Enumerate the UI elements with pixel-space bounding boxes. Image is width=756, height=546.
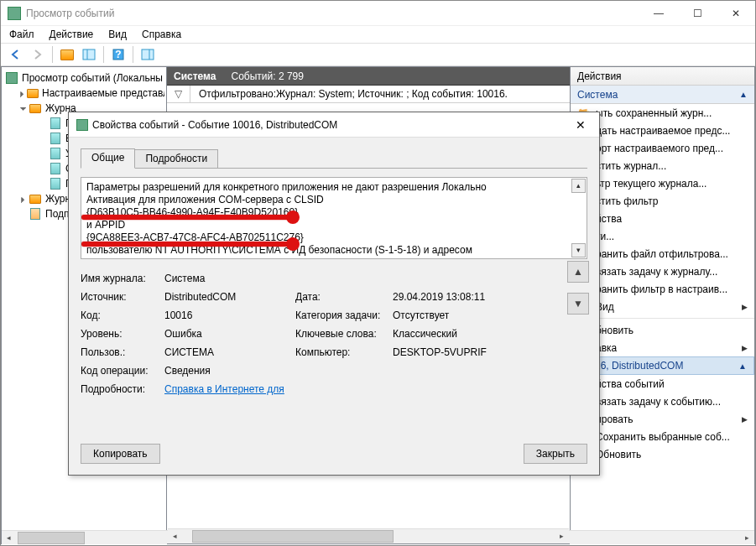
tab-general[interactable]: Общие	[81, 148, 135, 169]
toolbar-panes2-icon[interactable]	[138, 44, 158, 65]
dialog-close-button[interactable]: ✕	[562, 112, 599, 137]
toolbar-help-icon[interactable]: ?	[108, 44, 128, 65]
label-opcode: Код операции:	[81, 365, 159, 377]
value-event-id: 10016	[164, 309, 290, 321]
label-level: Уровень:	[81, 328, 159, 340]
value-user: СИСТЕМА	[164, 346, 290, 358]
label-category: Категория задачи:	[295, 309, 388, 321]
titlebar: Просмотр событий — ☐ ✕	[1, 1, 755, 26]
maximize-button[interactable]: ☐	[678, 1, 717, 25]
annotation-redbar-2	[81, 242, 293, 247]
tree-root[interactable]: Просмотр событий (Локальны	[3, 70, 164, 86]
value-log-name: Система	[164, 273, 587, 284]
label-details: Подробности:	[81, 383, 159, 395]
value-source: DistributedCOM	[164, 291, 290, 303]
tree-scroll-left[interactable]: ◂	[2, 531, 16, 545]
value-computer: DESKTOP-5VUPRIF	[393, 346, 587, 358]
menu-view[interactable]: Вид	[108, 29, 127, 40]
menu-action[interactable]: Действие	[50, 29, 94, 40]
label-log-name: Имя журнала:	[81, 273, 159, 284]
menubar: Файл Действие Вид Справка	[1, 26, 755, 43]
value-level: Ошибка	[164, 328, 290, 340]
copy-button[interactable]: Копировать	[81, 444, 160, 464]
svg-rect-4	[142, 49, 154, 60]
label-date: Дата:	[295, 291, 388, 303]
value-category: Отсутствует	[393, 309, 587, 321]
svg-rect-0	[83, 49, 95, 60]
funnel-icon: ▽	[167, 86, 190, 102]
value-opcode: Сведения	[164, 365, 587, 377]
desc-scroll-up[interactable]: ▴	[571, 179, 586, 193]
filter-bar: ▽ Отфильтровано:Журнал: System; Источник…	[167, 86, 570, 103]
toolbar: ?	[1, 43, 755, 66]
value-date: 29.04.2019 13:08:11	[393, 291, 587, 303]
label-computer: Компьютер:	[295, 346, 388, 358]
tree-custom-views[interactable]: ⏵Настраиваемые представле	[3, 86, 164, 101]
label-source: Источник:	[81, 291, 159, 303]
annotation-redbar-1	[81, 215, 293, 220]
menu-help[interactable]: Справка	[142, 29, 181, 40]
window-title: Просмотр событий	[26, 8, 639, 19]
label-user: Пользов.:	[81, 346, 159, 358]
prev-event-button[interactable]: ▲	[567, 261, 589, 283]
mid-scroll-thumb[interactable]	[192, 530, 394, 543]
back-button[interactable]	[6, 44, 26, 65]
desc-scroll-down[interactable]: ▾	[571, 243, 586, 257]
mid-scroll-right[interactable]: ▸	[555, 529, 569, 543]
event-properties-dialog: Свойства событий - Событие 10016, Distri…	[68, 112, 600, 476]
actions-title: Действия	[571, 67, 754, 86]
label-event-id: Код:	[81, 309, 159, 321]
svg-text:?: ?	[115, 49, 121, 60]
actions-section-system[interactable]: Система▲	[571, 86, 754, 104]
tree-scroll-thumb[interactable]	[18, 532, 85, 544]
toolbar-openfolder-icon[interactable]	[57, 44, 77, 65]
menu-file[interactable]: Файл	[9, 29, 34, 40]
dialog-icon	[76, 119, 89, 131]
events-header: Система Событий: 2 799	[167, 67, 570, 86]
help-link[interactable]: Справка в Интернете для	[164, 383, 587, 395]
mid-scroll-left[interactable]: ◂	[168, 529, 182, 543]
forward-button[interactable]	[28, 44, 48, 65]
desc-line-1: Параметры разрешений для конкретного при…	[86, 181, 571, 194]
toolbar-panes-icon[interactable]	[79, 44, 99, 65]
close-dialog-button[interactable]: Закрыть	[524, 444, 587, 464]
app-icon	[8, 7, 21, 20]
event-description-box[interactable]: Параметры разрешений для конкретного при…	[81, 177, 587, 259]
dialog-title: Свойства событий - Событие 10016, Distri…	[92, 119, 562, 131]
desc-line-4: и APPID	[86, 219, 571, 231]
label-keywords: Ключевые слова:	[295, 328, 388, 340]
value-keywords: Классический	[393, 328, 587, 340]
filter-text: Отфильтровано:Журнал: System; Источник: …	[190, 88, 508, 100]
tab-details[interactable]: Подробности	[134, 149, 218, 168]
desc-line-2: Активация для приложения COM-сервера с C…	[86, 194, 571, 206]
close-button[interactable]: ✕	[717, 1, 755, 25]
minimize-button[interactable]: —	[639, 1, 678, 25]
next-event-button[interactable]: ▼	[567, 293, 589, 315]
